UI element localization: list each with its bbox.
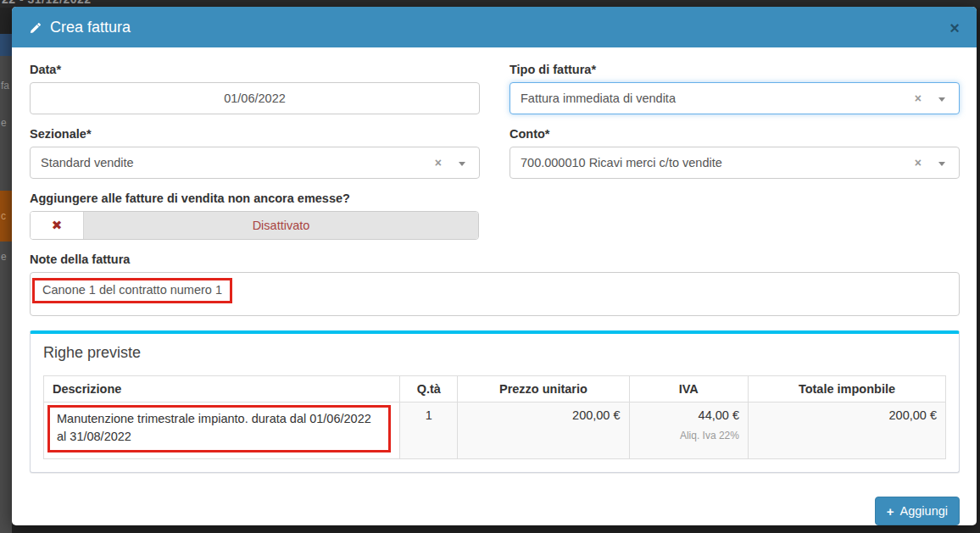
iva-amount: 44,00 € [638, 408, 739, 422]
field-tipo-fattura: Tipo di fattura* Fattura immediata di ve… [509, 63, 960, 114]
righe-previste-title: Righe previste [31, 334, 959, 370]
aggiungere-emesse-toggle[interactable]: ✖ Disattivato [30, 211, 479, 240]
chevron-down-icon [938, 97, 945, 102]
modal-title: Crea fattura [29, 19, 131, 36]
col-header-qta: Q.tà [400, 376, 458, 403]
background-text-fragment: e [1, 251, 7, 263]
aggiungere-emesse-label: Aggiungere alle fatture di vendita non a… [30, 192, 960, 205]
righe-previste-body: Descrizione Q.tà Prezzo unitario IVA Tot… [31, 370, 959, 472]
crea-fattura-modal: Crea fattura × Data* 01/06/2022 Tipo di … [12, 7, 977, 525]
clear-selection-icon[interactable]: × [915, 83, 922, 114]
clear-selection-icon[interactable]: × [915, 147, 922, 178]
field-data: Data* 01/06/2022 [30, 63, 480, 114]
col-header-iva: IVA [629, 376, 748, 403]
conto-select[interactable]: 700.000010 Ricavi merci c/to vendite × [509, 147, 960, 179]
note-fattura-label: Note della fattura [30, 253, 960, 266]
righe-previste-panel: Righe previste Descrizione Q.tà Prezzo u… [30, 330, 960, 473]
plus-icon: + [887, 505, 894, 518]
red-highlight-box: Canone 1 del contratto numero 1 [32, 278, 232, 303]
sezionale-label: Sezionale* [30, 127, 480, 141]
col-header-totale-imponbile: Totale imponbile [748, 376, 945, 403]
descrizione-value: Manutenzione trimestrale impianto. durat… [57, 412, 371, 443]
cell-prezzo-unitario: 200,00 € [458, 403, 629, 459]
modal-footer: + Aggiungi [12, 483, 977, 525]
background-text-fragment: fa [1, 80, 9, 92]
background-text-fragment: e [1, 117, 7, 129]
note-fattura-value: Canone 1 del contratto numero 1 [42, 283, 222, 297]
data-label: Data* [30, 63, 480, 76]
close-icon[interactable]: × [948, 19, 961, 36]
sezionale-value: Standard vendite [41, 156, 134, 169]
table-header-row: Descrizione Q.tà Prezzo unitario IVA Tot… [44, 376, 946, 403]
field-note-fattura: Note della fattura Canone 1 del contratt… [30, 253, 960, 316]
col-header-prezzo-unitario: Prezzo unitario [458, 376, 629, 403]
cell-qta: 1 [400, 403, 458, 459]
tipo-fattura-select[interactable]: Fattura immediata di vendita × [509, 82, 960, 114]
tipo-fattura-value: Fattura immediata di vendita [521, 92, 676, 105]
field-aggiungere-emesse: Aggiungere alle fatture di vendita non a… [30, 192, 960, 240]
toggle-off-x-icon[interactable]: ✖ [31, 212, 84, 239]
righe-previste-table: Descrizione Q.tà Prezzo unitario IVA Tot… [43, 375, 946, 459]
chevron-down-icon [459, 162, 465, 166]
clear-selection-icon[interactable]: × [435, 147, 442, 178]
conto-value: 700.000010 Ricavi merci c/to vendite [521, 156, 722, 169]
field-conto: Conto* 700.000010 Ricavi merci c/to vend… [509, 127, 960, 179]
toggle-state-label: Disattivato [84, 212, 478, 239]
modal-title-text: Crea fattura [50, 19, 131, 36]
cell-totale-imponibile: 200,00 € [748, 403, 945, 459]
modal-header: Crea fattura × [12, 7, 977, 47]
background-page-fragment [0, 34, 12, 56]
background-text-fragment: c [1, 210, 6, 222]
col-header-descrizione: Descrizione [44, 376, 400, 403]
iva-aliquota: Aliq. Iva 22% [638, 430, 739, 441]
conto-label: Conto* [509, 127, 960, 141]
aggiungi-button-label: Aggiungi [900, 504, 948, 518]
field-sezionale: Sezionale* Standard vendite × [30, 127, 480, 179]
cell-descrizione: Manutenzione trimestrale impianto. durat… [44, 403, 400, 459]
pencil-icon [29, 21, 42, 35]
table-row: Manutenzione trimestrale impianto. durat… [44, 403, 946, 459]
red-highlight-box: Manutenzione trimestrale impianto. durat… [47, 405, 391, 452]
modal-body: Data* 01/06/2022 Tipo di fattura* Fattur… [12, 47, 977, 483]
note-fattura-textarea[interactable]: Canone 1 del contratto numero 1 [30, 272, 960, 316]
form-row-2: Sezionale* Standard vendite × Conto* 700… [30, 127, 960, 179]
sezionale-select[interactable]: Standard vendite × [30, 147, 480, 179]
data-value: 01/06/2022 [224, 92, 286, 105]
cell-iva: 44,00 € Aliq. Iva 22% [629, 403, 748, 459]
background-date-range-text: 22 - 31/12/2022 [2, 0, 92, 6]
chevron-down-icon [938, 162, 945, 166]
form-row-1: Data* 01/06/2022 Tipo di fattura* Fattur… [30, 63, 960, 114]
aggiungi-button[interactable]: + Aggiungi [875, 497, 960, 525]
tipo-fattura-label: Tipo di fattura* [509, 63, 960, 76]
data-input[interactable]: 01/06/2022 [30, 82, 480, 114]
